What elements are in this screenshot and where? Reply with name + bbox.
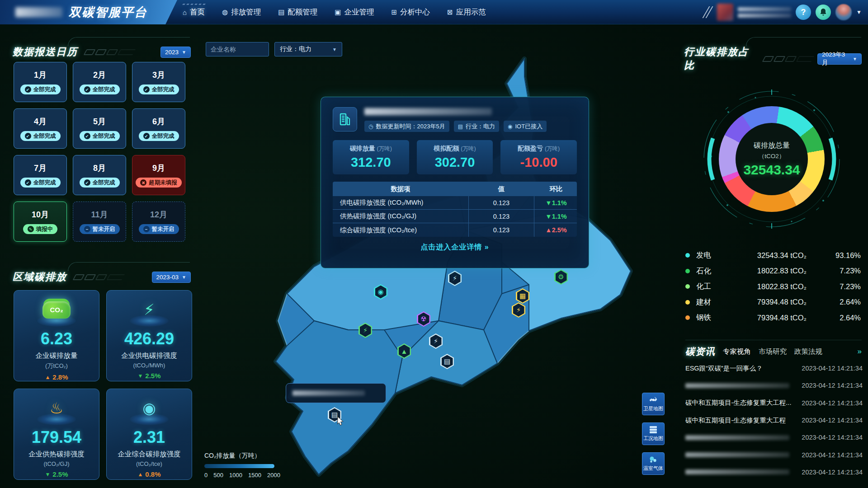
building-icon [333,107,357,131]
calendar-year-select[interactable]: 2023▼ [160,47,191,58]
stat-label: 企业供热碳排强度 [28,450,85,459]
down-triangle-icon: ▼ [45,471,50,478]
heat-radiator-icon: ♨ [50,395,63,424]
industry-filter-select[interactable]: 行业：电力▼ [274,42,342,56]
greenhouse-gas-button[interactable]: 温室气体 [642,452,665,475]
nav-item-quota[interactable]: ▤配额管理 [278,7,317,17]
org-logo-blurred [717,4,733,21]
document-icon: ▤ [331,411,338,419]
enterprise-logo-icon: ◉ [377,288,383,296]
region-header: 区域碳排放 2023-03▼ [13,270,191,284]
legend-row[interactable]: 石化 18022.83 tCO₂ 7.23% [685,263,861,279]
tab-expert-view[interactable]: 专家视角 [723,347,751,357]
demo-icon: ⊠ [447,8,453,16]
month-card-sep[interactable]: 9月✖超期未填报 [132,155,185,195]
tab-market-research[interactable]: 市场研究 [759,347,787,357]
nav-item-demo[interactable]: ⊠应用示范 [447,7,486,17]
minus-icon: − [84,226,90,232]
stat-card-heat-intensity[interactable]: ♨ 179.54 企业供热碳排强度 (tCO₂/GJ) ▼2.5% [14,389,99,480]
calendar-title: 数据报送日历 [13,45,78,59]
stat-label: 企业供电碳排强度 [121,351,177,361]
stat-value: 6.23 [41,329,72,348]
nav-item-analysis[interactable]: ⊞分析中心 [392,7,430,17]
status-badge: −暂未开启 [139,224,179,234]
status-badge: ✔全部完成 [139,84,179,94]
month-card-may[interactable]: 5月✔全部完成 [73,108,126,149]
mouse-cursor [337,417,345,426]
map-marker[interactable]: ⚡ [448,271,462,286]
news-item[interactable]: 2023-04-12 14:21:34 [685,377,863,394]
news-item[interactable]: 碳中和五期项目-生态修复重大工程...2023-04-12 14:21:34 [685,394,863,412]
co2-cloud-icon: CO₂ [42,301,71,319]
map-marker[interactable]: ▲ [397,343,411,359]
nav-item-home[interactable]: ⌂首页 [183,7,205,17]
region-cards: CO₂ 6.23 企业碳排放量 (万tCO₂) ▲2.8% ⚡ 426.29 企… [14,290,192,480]
map-marker[interactable]: ⚡ [512,302,525,318]
help-button[interactable]: ? [796,5,811,20]
news-item[interactable]: 2023-04-12 14:21:34 [685,429,863,446]
user-avatar[interactable] [835,4,852,20]
news-more-arrow[interactable]: » [858,347,862,356]
tab-policy[interactable]: 政策法规 [794,347,822,357]
news-item[interactable]: 2023-04-12 14:21:34 [685,446,863,463]
legend-row[interactable]: 发电 32543.34 tCO₂ 93.16% [685,248,861,263]
legend-ticks: 0500100015002000 [204,472,280,479]
month-card-aug[interactable]: 8月✔全部完成 [73,155,126,195]
stat-value: -10.00 [520,155,557,170]
stat-card-composite-intensity[interactable]: ◉ 2.31 企业综合碳排放强度 (tCO₂/tce) ▲0.8% [106,389,192,480]
stat-value: 312.70 [351,155,391,170]
company-search-input[interactable] [206,42,269,56]
popup-badges: ◷数据更新时间：2023年5月 ▤行业：电力 ◉IOT已接入 [364,121,577,132]
month-card-jan[interactable]: 1月✔全部完成 [14,62,67,102]
map-marker[interactable]: ⚡ [429,333,443,349]
status-badge: ✔全部完成 [139,131,179,141]
brand-logo: 双碳智服平台 [0,0,177,24]
operating-map-button[interactable]: 工况地图 [642,422,665,445]
iot-badge: ◉IOT已接入 [504,121,547,132]
nav-item-emission[interactable]: ◍排放管理 [222,7,261,17]
news-item[interactable]: ESG跟“双碳”是一回事么？2023-04-12 14:21:34 [685,360,863,377]
industry-month-select[interactable]: 2023年3月▼ [817,53,862,65]
month-card-mar[interactable]: 3月✔全部完成 [132,62,185,102]
month-card-jun[interactable]: 6月✔全部完成 [132,108,185,149]
table-row: 综合碳排放强度 (tCO₂/tce) 0.123 ▲2.5% [333,223,577,237]
avatar-caret-icon[interactable]: ▼ [856,9,862,15]
month-card-oct[interactable]: 10月✎填报中 [14,202,67,242]
map-co2-legend: CO₂排放量（万吨） 0500100015002000 [204,452,280,479]
news-item[interactable]: 2023-04-12 14:21:34 [685,464,863,481]
map-marker[interactable]: ▦ [516,288,529,304]
month-card-jul[interactable]: 7月✔全部完成 [14,155,67,195]
calendar-header: 数据报送日历 2023▼ [13,45,191,59]
month-card-apr[interactable]: 4月✔全部完成 [14,108,67,149]
chevron-down-icon: ▼ [182,275,186,280]
region-month-select[interactable]: 2023-03▼ [152,272,191,283]
map-marker[interactable]: ◉ [374,284,387,300]
legend-row[interactable]: 化工 18022.83 tCO₂ 7.23% [685,279,861,295]
map-marker[interactable]: ⚡ [359,323,372,338]
month-card-dec[interactable]: 12月−暂未开启 [132,202,185,242]
legend-row[interactable]: 钢铁 79394.48 tCO₂ 2.64% [685,310,861,326]
enterprise-detail-link[interactable]: 点击进入企业详情 » [333,243,577,252]
company-name-blurred [292,390,365,396]
legend-row[interactable]: 建材 79394.48 tCO₂ 2.64% [685,295,861,310]
lightning-icon: ⚡ [516,306,521,314]
calendar-arc-decoration [68,37,190,46]
map-marker[interactable]: ⚙ [554,269,568,285]
map-marker[interactable]: ▤ [440,354,454,369]
stat-card-power-intensity[interactable]: ⚡ 426.29 企业供电碳排强度 (tCO₂/MWh) ▼2.5% [106,290,192,381]
top-nav: 双碳智服平台 ⌂首页 ◍排放管理 ▤配额管理 ▣企业管理 ⊞分析中心 ⊠应用示范… [0,0,868,24]
month-card-nov[interactable]: 11月−暂未开启 [73,202,126,242]
radiation-icon: ☢ [420,315,426,323]
check-icon: ✔ [143,133,150,139]
satellite-map-button[interactable]: 卫星地图 [642,393,665,415]
notification-button[interactable] [816,5,831,20]
month-card-feb[interactable]: 2月✔全部完成 [73,62,126,102]
check-icon: ✔ [25,133,31,139]
check-icon: ✔ [84,179,90,186]
stat-card-emission[interactable]: CO₂ 6.23 企业碳排放量 (万tCO₂) ▲2.8% [14,290,99,381]
down-triangle-icon: ▼ [137,373,143,379]
nav-item-enterprise[interactable]: ▣企业管理 [335,7,374,17]
news-item[interactable]: 碳中和五期项目-生态修复重大工程2023-04-12 14:21:34 [685,412,863,429]
donut-center-label: 碳排放总量 （tCO2） 32543.34 [719,106,825,212]
map-marker[interactable]: ☢ [417,311,430,327]
